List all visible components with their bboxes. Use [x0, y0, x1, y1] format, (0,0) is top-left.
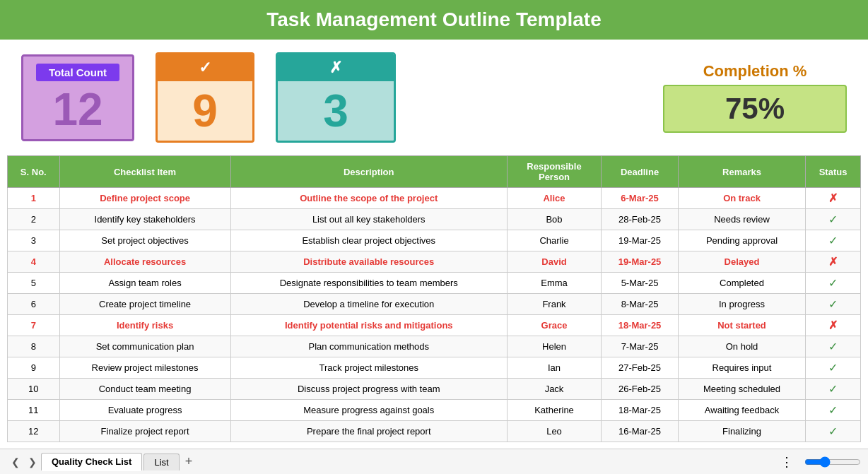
cell-person: David	[507, 251, 601, 273]
check-card: ✓ 9	[156, 52, 254, 143]
cell-item: Assign team roles	[59, 273, 230, 294]
cell-remarks: Needs review	[678, 209, 805, 230]
zoom-slider[interactable]	[804, 456, 861, 468]
cell-deadline: 28-Feb-25	[602, 209, 679, 230]
cell-remarks: Meeting scheduled	[678, 379, 805, 400]
table-row: 6 Create project timeline Develop a time…	[8, 294, 861, 315]
col-status: Status	[806, 156, 861, 188]
cell-status: ✓	[806, 421, 861, 442]
cell-desc: Discuss project progress with team	[230, 379, 507, 400]
cell-sno: 9	[8, 357, 60, 379]
total-count-card: Total Count 12	[21, 54, 134, 141]
col-item: Checklist Item	[59, 156, 230, 188]
col-remarks: Remarks	[678, 156, 805, 188]
cross-value: 3	[278, 81, 394, 141]
cell-sno: 2	[8, 209, 60, 230]
checklist-table: S. No. Checklist Item Description Respon…	[7, 155, 861, 442]
bottom-bar: ❮ ❯ Quality Check List List + ⋮	[0, 449, 868, 474]
cell-status: ✓	[806, 230, 861, 251]
cell-desc: Establish clear project objectives	[230, 230, 507, 251]
cell-item: Allocate resources	[59, 251, 230, 273]
cell-remarks: Not started	[678, 315, 805, 336]
cell-status: ✓	[806, 294, 861, 315]
cell-deadline: 8-Mar-25	[602, 294, 679, 315]
completion-value-box: 75%	[663, 85, 847, 133]
cell-desc: Develop a timeline for execution	[230, 294, 507, 315]
cell-person: Alice	[507, 188, 601, 209]
table-row: 11 Evaluate progress Measure progress ag…	[8, 400, 861, 421]
cell-person: Leo	[507, 421, 601, 442]
cell-remarks: On track	[678, 188, 805, 209]
cell-desc: Outline the scope of the project	[230, 188, 507, 209]
cell-status: ✗	[806, 188, 861, 209]
cell-deadline: 18-Mar-25	[602, 315, 679, 336]
tab-list[interactable]: List	[143, 454, 179, 470]
cell-desc: Plan communication methods	[230, 336, 507, 357]
completion-label: Completion %	[663, 62, 847, 81]
cell-desc: Identify potential risks and mitigations	[230, 315, 507, 336]
cell-status: ✓	[806, 209, 861, 230]
menu-icon[interactable]: ⋮	[780, 454, 793, 470]
cell-person: Ian	[507, 357, 601, 379]
cross-card: ✗ 3	[276, 52, 396, 143]
cell-remarks: On hold	[678, 336, 805, 357]
cell-status: ✗	[806, 251, 861, 273]
cell-sno: 6	[8, 294, 60, 315]
cell-sno: 5	[8, 273, 60, 294]
cell-item: Evaluate progress	[59, 400, 230, 421]
cell-sno: 11	[8, 400, 60, 421]
bottom-right-controls: ⋮	[780, 454, 861, 470]
cell-item: Finalize project report	[59, 421, 230, 442]
page-header: Task Management Outline Template	[0, 0, 868, 40]
cell-item: Identify risks	[59, 315, 230, 336]
cell-status: ✓	[806, 273, 861, 294]
nav-prev-button[interactable]: ❮	[7, 455, 24, 469]
cell-desc: Track project milestones	[230, 357, 507, 379]
nav-next-button[interactable]: ❯	[24, 455, 41, 469]
cell-desc: Measure progress against goals	[230, 400, 507, 421]
cell-status: ✓	[806, 336, 861, 357]
cell-sno: 3	[8, 230, 60, 251]
table-row: 8 Set communication plan Plan communicat…	[8, 336, 861, 357]
completion-card: Completion % 75%	[663, 62, 847, 133]
summary-row: Total Count 12 ✓ 9 ✗ 3 Completion % 75%	[0, 40, 868, 155]
cell-remarks: Delayed	[678, 251, 805, 273]
table-row: 5 Assign team roles Designate responsibi…	[8, 273, 861, 294]
cell-deadline: 6-Mar-25	[602, 188, 679, 209]
page-title: Task Management Outline Template	[0, 8, 868, 31]
table-row: 3 Set project objectives Establish clear…	[8, 230, 861, 251]
add-sheet-button[interactable]: +	[181, 454, 197, 469]
cell-deadline: 27-Feb-25	[602, 357, 679, 379]
cell-sno: 7	[8, 315, 60, 336]
cell-item: Define project scope	[59, 188, 230, 209]
cell-deadline: 26-Feb-25	[602, 379, 679, 400]
cell-deadline: 5-Mar-25	[602, 273, 679, 294]
cell-status: ✓	[806, 400, 861, 421]
table-header-row: S. No. Checklist Item Description Respon…	[8, 156, 861, 188]
cross-icon: ✗	[278, 54, 394, 81]
tab-quality-check-list[interactable]: Quality Check List	[41, 453, 142, 471]
cell-deadline: 16-Mar-25	[602, 421, 679, 442]
cell-desc: Prepare the final project report	[230, 421, 507, 442]
total-count-value: 12	[36, 87, 119, 132]
cell-desc: Distribute available resources	[230, 251, 507, 273]
cell-item: Conduct team meeting	[59, 379, 230, 400]
cell-item: Set project objectives	[59, 230, 230, 251]
check-icon: ✓	[158, 54, 252, 81]
table-row: 10 Conduct team meeting Discuss project …	[8, 379, 861, 400]
cell-remarks: Pending approval	[678, 230, 805, 251]
cell-remarks: Requires input	[678, 357, 805, 379]
total-count-label: Total Count	[36, 64, 119, 81]
cell-person: Bob	[507, 209, 601, 230]
cell-remarks: In progress	[678, 294, 805, 315]
cell-desc: List out all key stakeholders	[230, 209, 507, 230]
col-desc: Description	[230, 156, 507, 188]
cell-desc: Designate responsibilities to team membe…	[230, 273, 507, 294]
cell-deadline: 19-Mar-25	[602, 230, 679, 251]
col-sno: S. No.	[8, 156, 60, 188]
table-row: 2 Identify key stakeholders List out all…	[8, 209, 861, 230]
cell-sno: 12	[8, 421, 60, 442]
completion-value: 75%	[725, 92, 785, 125]
cell-status: ✗	[806, 315, 861, 336]
cell-person: Frank	[507, 294, 601, 315]
